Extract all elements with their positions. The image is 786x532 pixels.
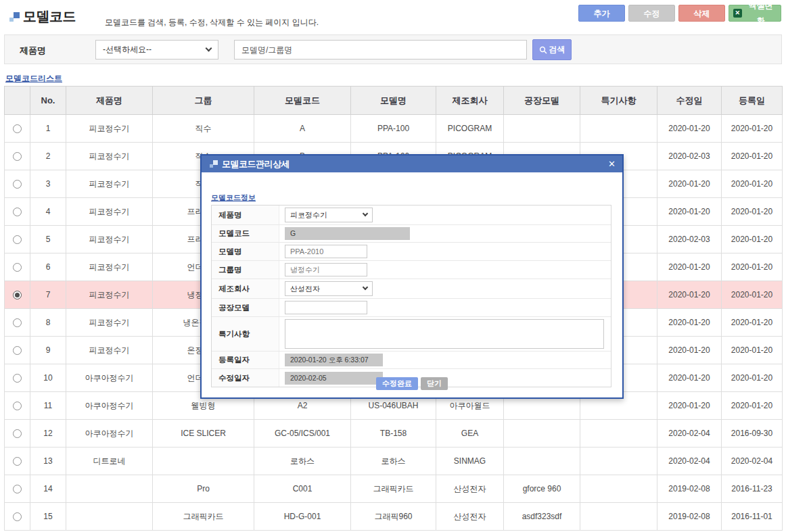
- cell-factory: [504, 420, 580, 448]
- model-name-input[interactable]: [285, 245, 367, 258]
- cell-registered: 2016-11-01: [722, 503, 783, 531]
- cell-product: 디트로네: [66, 448, 153, 475]
- cell-factory: [504, 448, 580, 475]
- close-icon[interactable]: ✕: [608, 160, 616, 168]
- row-radio[interactable]: [13, 374, 22, 383]
- cell-code: 로하스: [254, 448, 351, 475]
- header-product: 제품명: [66, 87, 153, 115]
- row-radio[interactable]: [13, 512, 22, 521]
- row-radio-cell: [5, 420, 30, 448]
- row-radio[interactable]: [13, 180, 22, 189]
- row-radio[interactable]: [13, 402, 22, 410]
- row-radio[interactable]: [13, 318, 22, 327]
- table-row: 14ProC001그래픽카드산성전자gforce 9602019-02-0820…: [5, 475, 783, 503]
- top-buttons: 추가 수정 삭제 ✕ 엑셀변환: [578, 5, 781, 22]
- row-radio-cell: [5, 337, 30, 364]
- modal-title: 모델코드관리상세: [222, 158, 290, 170]
- excel-button-label: 엑셀변환: [745, 0, 777, 29]
- row-radio-cell: [5, 198, 30, 226]
- search-input[interactable]: [234, 40, 527, 59]
- cell-modified: 2020-02-03: [657, 143, 722, 170]
- row-radio-cell: [5, 281, 30, 309]
- header-group: 그룹: [153, 87, 254, 115]
- row-radio[interactable]: [13, 124, 22, 133]
- cell-modified: 2020-01-20: [657, 337, 722, 364]
- row-radio[interactable]: [13, 457, 22, 466]
- cell-maker: 산성전자: [436, 475, 504, 503]
- chevron-down-icon: [206, 45, 212, 52]
- name-field-label: 모델명: [212, 243, 279, 260]
- cell-registered: 2020-01-20: [722, 226, 783, 253]
- cell-note: [580, 448, 657, 475]
- reg-date-field-label: 등록일자: [212, 352, 279, 368]
- cell-product: 피코정수기: [66, 226, 153, 253]
- add-button[interactable]: 추가: [578, 5, 625, 22]
- cell-registered: 2020-01-20: [722, 364, 783, 392]
- cell-no: 13: [30, 448, 66, 475]
- cell-factory: gforce 960: [504, 475, 580, 503]
- cell-product: 피코정수기: [66, 143, 153, 170]
- table-row: 15그래픽카드HD-G-001그래픽960산성전자asdf323sdf2019-…: [5, 503, 783, 531]
- group-field-label: 그룹명: [212, 261, 279, 279]
- row-radio[interactable]: [13, 235, 22, 244]
- page-title-wrap: 모델코드: [9, 7, 76, 26]
- search-icon: [539, 46, 547, 54]
- cell-no: 11: [30, 392, 66, 420]
- search-bar: 제품명 -선택하세요-- 검색: [4, 34, 782, 64]
- note-textarea[interactable]: [285, 319, 604, 349]
- cell-no: 7: [30, 281, 66, 309]
- model-code-icon: [9, 11, 20, 23]
- cell-note: [580, 420, 657, 448]
- row-radio[interactable]: [13, 429, 22, 438]
- cell-product: 피코정수기: [66, 281, 153, 309]
- header-factory: 공장모델: [504, 87, 580, 115]
- cell-registered: 2020-01-20: [722, 337, 783, 364]
- search-button[interactable]: 검색: [532, 39, 572, 60]
- cell-group: ICE SLICER: [153, 420, 254, 448]
- product-select[interactable]: -선택하세요--: [95, 40, 218, 59]
- row-radio[interactable]: [13, 208, 22, 216]
- cell-maker: GEA: [436, 420, 504, 448]
- cell-registered: 2020-01-20: [722, 115, 783, 143]
- cell-code: GC-05/ICS/001: [254, 420, 351, 448]
- modal-product-select[interactable]: 피코정수기: [285, 208, 373, 222]
- modal-product-select-value: 피코정수기: [290, 210, 327, 220]
- cell-no: 8: [30, 309, 66, 337]
- excel-export-button[interactable]: ✕ 엑셀변환: [729, 5, 781, 22]
- row-radio-cell: [5, 392, 30, 420]
- maker-select[interactable]: 산성전자: [285, 281, 373, 296]
- cell-registered: 2020-01-20: [722, 253, 783, 281]
- cell-no: 15: [30, 503, 66, 531]
- edit-button[interactable]: 수정: [628, 5, 675, 22]
- modal-close-button[interactable]: 닫기: [421, 377, 448, 390]
- cell-modified: 2020-01-20: [657, 364, 722, 392]
- note-field-label: 특기사항: [212, 317, 279, 351]
- cell-modified: 2020-02-04: [657, 420, 722, 448]
- row-radio-cell: [5, 143, 30, 170]
- form-row-group: 그룹명: [212, 261, 611, 279]
- row-radio[interactable]: [13, 346, 22, 355]
- modal-section-label: 모델코드정보: [211, 193, 256, 203]
- header-radio-column: [5, 87, 30, 115]
- cell-registered: 2020-02-04: [722, 448, 783, 475]
- cell-modified: 2020-01-20: [657, 281, 722, 309]
- page-header: 모델코드 모델코드를 검색, 등록, 수정, 삭제할 수 있는 페이지 입니다.…: [0, 0, 786, 31]
- factory-model-input[interactable]: [285, 301, 367, 314]
- cell-no: 3: [30, 170, 66, 198]
- row-radio[interactable]: [13, 291, 22, 299]
- row-radio[interactable]: [13, 263, 22, 272]
- row-radio[interactable]: [13, 485, 22, 493]
- maker-select-value: 산성전자: [290, 284, 320, 294]
- cell-product: 아쿠아정수기: [66, 364, 153, 392]
- cell-product: 아쿠아정수기: [66, 392, 153, 420]
- header-modified: 수정일: [657, 87, 722, 115]
- cell-name: 그래픽960: [351, 503, 436, 531]
- delete-button[interactable]: 삭제: [678, 5, 725, 22]
- row-radio-cell: [5, 253, 30, 281]
- submit-edit-button[interactable]: 수정완료: [376, 377, 418, 390]
- cell-no: 6: [30, 253, 66, 281]
- group-name-input[interactable]: [285, 263, 367, 276]
- cell-name: 그래픽카드: [351, 475, 436, 503]
- row-radio[interactable]: [13, 152, 22, 161]
- cell-maker: PICOGRAM: [436, 115, 504, 143]
